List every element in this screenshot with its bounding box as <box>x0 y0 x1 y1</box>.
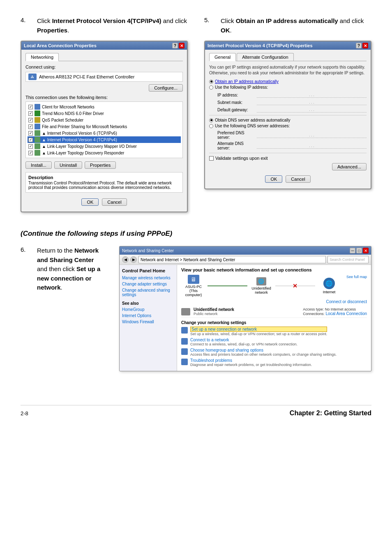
dialog1-tab-networking[interactable]: Networking <box>25 53 59 61</box>
dialog2-tab-alternate[interactable]: Alternate Configuration <box>237 53 294 61</box>
radio-auto-dns-label: Obtain DNS server address automatically <box>215 118 290 122</box>
item-checkbox[interactable] <box>28 144 33 149</box>
dialog1-titlebar: Local Area Connection Properties ? ✕ <box>21 41 187 50</box>
dialog1-titlebar-buttons: ? ✕ <box>172 43 184 48</box>
radio-manual-ip[interactable] <box>209 85 213 90</box>
nc-troubleshoot-link[interactable]: Troubleshoot problems <box>190 358 312 363</box>
radio-auto-ip-label: Obtain an IP address automatically <box>215 79 279 84</box>
dialog1-tabs: Networking <box>25 53 183 61</box>
nc-connect-link[interactable]: Connect to a network <box>190 338 297 342</box>
dialog2-body: General Alternate Configuration You can … <box>205 50 371 189</box>
install-btn[interactable]: Install... <box>25 161 52 169</box>
validate-checkbox[interactable] <box>209 156 214 161</box>
subnet-mask-value: . . . <box>257 99 367 105</box>
step-5-bold1: Obtain an IP address automatically <box>236 17 338 24</box>
item-checkbox[interactable] <box>28 131 33 136</box>
item-checkbox[interactable] <box>28 118 33 122</box>
nc-connect-details: Connect to a network Connect to a wirele… <box>190 338 297 346</box>
nc-forward-btn[interactable]: ▶ <box>130 256 137 263</box>
nc-change-section: Change your networking settings Set up a… <box>181 320 367 367</box>
item-checkbox[interactable] <box>28 124 33 129</box>
subnet-mask-label: Subnet mask: <box>217 100 254 105</box>
nc-sidebar-link-wireless[interactable]: Manage wireless networks <box>122 276 174 280</box>
nc-connections-value[interactable]: Local Area Connection <box>325 311 367 316</box>
item-checkbox[interactable] <box>28 111 33 116</box>
nc-minimize-btn[interactable]: ─ <box>350 248 355 253</box>
radio-manual-dns[interactable] <box>209 124 213 128</box>
nc-sidebar-internet-options[interactable]: Internet Options <box>122 313 174 318</box>
nc-search-placeholder: Search Control Panel <box>330 258 365 262</box>
description-label: Description <box>28 175 180 180</box>
dialog2-ok-btn[interactable]: OK <box>265 175 282 183</box>
dialog1-close-btn[interactable]: ✕ <box>179 43 184 48</box>
dialog1-cancel-btn[interactable]: Cancel <box>102 198 127 206</box>
item-label: ▲ Internet Protocol Version 6 (TCP/IPv6) <box>42 131 117 136</box>
dialog2-titlebar-buttons: ? ✕ <box>356 43 368 48</box>
dialog1-ok-btn[interactable]: OK <box>81 198 99 206</box>
item-label: Client for Microsoft Networks <box>42 105 95 109</box>
nc-unidentified-name: Unidentified network <box>194 307 300 312</box>
nc-setup-link[interactable]: Set up a new connection or network <box>190 327 327 332</box>
nc-close-btn[interactable]: ✕ <box>363 248 369 253</box>
item-checkbox[interactable] <box>28 138 33 142</box>
nc-homegroup-link[interactable]: Choose homegroup and sharing options <box>190 348 337 352</box>
radio-auto-dns-row: Obtain DNS server address automatically <box>209 118 367 122</box>
dialog2-tabs: General Alternate Configuration <box>209 53 367 61</box>
nc-sidebar-link-advanced[interactable]: Change advanced sharing settings <box>122 288 174 297</box>
dialog2-help-btn[interactable]: ? <box>356 43 362 48</box>
properties-btn[interactable]: Properties <box>85 161 116 169</box>
dialog2-ok-cancel-row: OK Cancel <box>209 173 367 185</box>
nc-content-area: View your basic network information and … <box>177 265 371 371</box>
nc-back-btn[interactable]: ◀ <box>122 256 129 263</box>
nc-connections: Connections: Local Area Connection <box>303 311 367 316</box>
nc-internet-item: 🌐 Internet <box>317 278 341 294</box>
items-list: Client for Microsoft Networks Trend Micr… <box>25 101 183 158</box>
configure-btn[interactable]: Configure... <box>149 84 183 92</box>
nc-network-details: Unidentified network Public network <box>194 307 300 316</box>
dialog1-help-btn[interactable]: ? <box>172 43 178 48</box>
nc-computer-item: 🖥 ASUS-PC(This computer) <box>181 275 206 297</box>
nc-globe-icon: 🌐 <box>323 278 335 289</box>
nc-sidebar-firewall[interactable]: Windows Firewall <box>122 320 174 324</box>
nc-maximize-btn[interactable]: □ <box>356 248 362 253</box>
preferred-dns-value: . . . <box>257 132 367 138</box>
nc-search-bar[interactable]: Search Control Panel <box>327 256 369 263</box>
ip-address-radio-group: Obtain an IP address automatically Use t… <box>209 79 367 90</box>
ok-cancel-row: OK Cancel <box>25 196 183 208</box>
nc-titlebar-buttons: ─ □ ✕ <box>350 248 369 253</box>
item-checkbox[interactable] <box>28 105 33 109</box>
nc-address-bar[interactable]: Network and Internet > Network and Shari… <box>138 256 326 263</box>
nc-see-full-map[interactable]: See full map <box>346 275 367 279</box>
radio-auto-ip[interactable] <box>209 80 213 84</box>
dialog2-tab-general[interactable]: General <box>209 53 236 61</box>
nc-x-mark: ✕ <box>293 283 297 289</box>
dialog2-cancel-btn[interactable]: Cancel <box>286 175 310 183</box>
item-checkbox[interactable] <box>28 151 33 155</box>
default-gateway-label: Default gateway: <box>217 108 254 112</box>
item-icon <box>35 130 40 136</box>
nc-setup-icon <box>181 327 188 334</box>
subnet-mask-row: Subnet mask: . . . <box>209 99 367 105</box>
dialog2-close-btn[interactable]: ✕ <box>362 43 368 48</box>
default-gateway-value: . . . <box>257 107 367 113</box>
adapter-row: 🖧 Atheros AR8132 PCI-E Fast Ethernet Con… <box>25 72 183 82</box>
step-4-header: 4. Click Internet Protocol Version 4(TCP… <box>21 16 188 35</box>
advanced-row: Advanced... <box>209 163 367 170</box>
radio-auto-dns[interactable] <box>209 118 213 122</box>
validate-row: Validate settings upon exit <box>209 156 367 161</box>
alternate-dns-value: . . . <box>257 143 367 149</box>
uninstall-btn[interactable]: Uninstall <box>54 161 82 169</box>
item-label: ▲ Internet Protocol Version 4 (TCP/IPv4) <box>42 138 117 142</box>
ip-address-row: IP address: . . . <box>209 92 367 98</box>
radio-auto-ip-row: Obtain an IP address automatically <box>209 79 367 84</box>
nc-connect-disconnect[interactable]: Connect or disconnect <box>181 299 367 304</box>
step-5-text: Click Obtain an IP address automatically… <box>221 16 371 35</box>
advanced-btn[interactable]: Advanced... <box>332 163 367 170</box>
adapter-icon: 🖧 <box>28 74 37 80</box>
nc-sidebar-homegroup[interactable]: HomeGroup <box>122 307 174 312</box>
nc-network-icon: 🌐 <box>256 277 266 285</box>
nc-sidebar-link-adapter[interactable]: Change adapter settings <box>122 282 174 286</box>
step-5-number: 5. <box>204 16 214 23</box>
alternate-dns-row: Alternate DNS server: . . . <box>209 141 367 150</box>
separator2 <box>209 153 367 153</box>
